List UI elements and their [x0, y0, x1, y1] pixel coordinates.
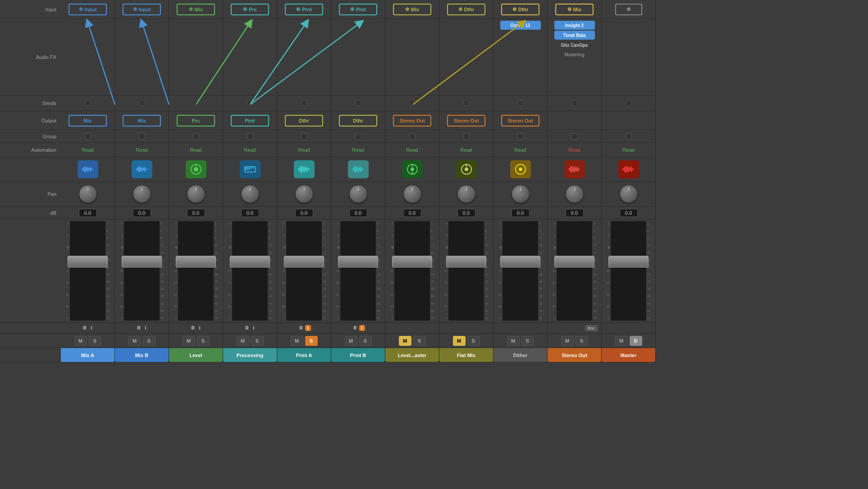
- i-button[interactable]: I: [251, 325, 257, 331]
- ch-plugin[interactable]: [61, 157, 114, 182]
- db-value[interactable]: 0.0: [133, 209, 151, 217]
- fader-thumb[interactable]: [176, 256, 216, 267]
- ch-pan[interactable]: [169, 182, 223, 207]
- group-slot[interactable]: [409, 133, 416, 140]
- ch-ri[interactable]: Bnc: [548, 323, 601, 334]
- r-button[interactable]: R: [351, 325, 359, 331]
- automation-read-btn[interactable]: Read: [621, 146, 636, 154]
- ch-db[interactable]: 0.0: [331, 207, 385, 219]
- sends-slot[interactable]: [139, 100, 145, 106]
- ch-plugin[interactable]: [385, 157, 439, 182]
- pan-knob[interactable]: [404, 186, 421, 203]
- output-button-level-master[interactable]: Stereo Out: [393, 115, 431, 127]
- group-slot[interactable]: [463, 133, 470, 140]
- ch-db[interactable]: 0.0: [115, 207, 169, 219]
- output-button-mix-b[interactable]: Mix: [123, 115, 161, 127]
- fader-thumb[interactable]: [554, 256, 594, 267]
- fader-thumb[interactable]: [122, 256, 162, 267]
- m-button[interactable]: M: [128, 336, 141, 346]
- sends-slot[interactable]: [409, 100, 416, 106]
- ch-ms[interactable]: M S: [493, 334, 547, 348]
- s-button[interactable]: S: [197, 336, 210, 346]
- group-slot[interactable]: [301, 133, 307, 140]
- ch-input[interactable]: ⊕ Dthr: [493, 0, 547, 19]
- plugin-icon[interactable]: [564, 160, 585, 178]
- pan-knob[interactable]: [620, 186, 637, 203]
- automation-read-btn[interactable]: Read: [242, 146, 257, 154]
- ch-db[interactable]: 0.0: [439, 207, 493, 219]
- ch-output[interactable]: Dthr: [277, 111, 331, 130]
- ch-input[interactable]: ⊕ Mix: [548, 0, 601, 19]
- input-button-mix-b[interactable]: ⊕ Input: [123, 4, 161, 15]
- pan-knob[interactable]: [566, 186, 583, 203]
- group-slot[interactable]: [571, 133, 578, 140]
- plugin-icon[interactable]: [186, 160, 206, 178]
- db-value[interactable]: 0.0: [566, 209, 584, 217]
- pan-knob[interactable]: [187, 186, 205, 203]
- ch-input[interactable]: ⊕ Prc: [223, 0, 277, 19]
- group-slot[interactable]: [355, 133, 361, 140]
- group-slot[interactable]: [193, 133, 199, 140]
- m-button[interactable]: M: [345, 336, 357, 346]
- input-button-stereo-out[interactable]: ⊕ Mix: [555, 4, 594, 15]
- ch-plugin[interactable]: [277, 157, 331, 182]
- pan-knob[interactable]: [512, 186, 529, 203]
- sends-slot[interactable]: [571, 100, 578, 106]
- ch-ms[interactable]: M S: [439, 334, 493, 348]
- output-button-print-b[interactable]: Dthr: [339, 115, 377, 127]
- ch-fader[interactable]: 630610152030∞ 3691215182124303540455060: [493, 219, 547, 323]
- s-button[interactable]: S: [576, 336, 588, 346]
- db-value[interactable]: 0.0: [295, 209, 313, 217]
- ch-ms[interactable]: M S: [385, 334, 439, 348]
- group-slot[interactable]: [85, 133, 91, 140]
- automation-read-btn[interactable]: Read: [458, 146, 474, 154]
- insight-plugin-btn[interactable]: Insight 2: [554, 21, 595, 30]
- ch-pan[interactable]: [385, 182, 439, 207]
- sends-slot[interactable]: [301, 100, 307, 106]
- d-button[interactable]: D: [630, 336, 642, 346]
- ch-output[interactable]: Prc: [169, 111, 223, 130]
- ch-ms[interactable]: M S: [223, 334, 277, 348]
- ch-fader[interactable]: 630610152030∞ 3691215182124303540455060: [602, 219, 655, 323]
- input-button-processing[interactable]: ⊕ Prc: [231, 4, 269, 15]
- ch-plugin[interactable]: [115, 157, 169, 182]
- ch-automation[interactable]: Read: [223, 143, 277, 157]
- sends-slot[interactable]: [193, 100, 199, 106]
- m-button[interactable]: M: [291, 336, 303, 346]
- s-button[interactable]: S: [251, 336, 264, 346]
- ch-input[interactable]: ⊕ Prnt: [331, 0, 385, 19]
- pan-knob[interactable]: [458, 186, 475, 203]
- ch-fader[interactable]: 630610152030∞ 3691215182124303540455060: [331, 219, 385, 323]
- s-button[interactable]: S: [467, 336, 480, 346]
- ch-automation[interactable]: Read: [331, 143, 385, 157]
- plugin-icon[interactable]: [132, 160, 152, 178]
- m-button[interactable]: M: [507, 336, 520, 346]
- fader-thumb[interactable]: [392, 256, 432, 267]
- input-button-level[interactable]: ⊕ Mix: [177, 4, 215, 15]
- output-button-print-a[interactable]: Dthr: [285, 115, 323, 127]
- r-button[interactable]: R: [189, 325, 196, 331]
- ch-ri[interactable]: R I: [169, 323, 223, 334]
- ch-ms[interactable]: M S: [169, 334, 223, 348]
- input-button-mix-a[interactable]: ⊕ Input: [69, 4, 107, 15]
- automation-read-btn[interactable]: Read: [296, 146, 311, 154]
- ch-automation[interactable]: Read: [115, 143, 169, 157]
- input-button-dither[interactable]: ⊕ Dthr: [501, 4, 539, 15]
- m-button[interactable]: M: [561, 336, 574, 346]
- ch-fader[interactable]: 630610152030∞ 3691215182124303540455060: [61, 219, 114, 323]
- ch-ri[interactable]: R I: [115, 323, 169, 334]
- ch-input[interactable]: ⊕ Prnt: [277, 0, 331, 19]
- pan-knob[interactable]: [79, 186, 96, 203]
- fader-track[interactable]: [286, 221, 322, 321]
- ch-ms[interactable]: M S: [331, 334, 385, 348]
- m-button[interactable]: M: [74, 336, 87, 346]
- i-button[interactable]: I: [89, 325, 95, 331]
- ch-plugin[interactable]: [169, 157, 223, 182]
- ch-input[interactable]: ⊕ Mix: [169, 0, 223, 19]
- ch-db[interactable]: 0.0: [169, 207, 223, 219]
- ch-ri[interactable]: R I: [61, 323, 114, 334]
- ch-output[interactable]: Mix: [61, 111, 114, 130]
- ch-plugin[interactable]: [331, 157, 385, 182]
- ch-plugin[interactable]: [493, 157, 547, 182]
- ch-pan[interactable]: [548, 182, 601, 207]
